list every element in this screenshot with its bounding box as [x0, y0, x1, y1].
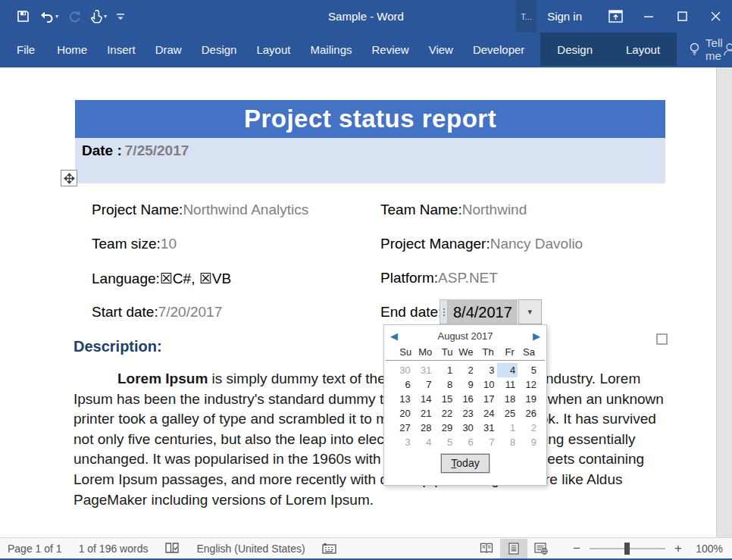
field-project-name[interactable]: Project Name:Northwind Analytics — [92, 202, 308, 218]
zoom-out-button[interactable]: − — [568, 541, 585, 556]
calendar-day-selected[interactable]: 4 — [497, 363, 518, 377]
team-name-value[interactable]: Northwind — [462, 202, 527, 217]
calendar-next-month-icon[interactable]: ▶ — [525, 330, 540, 342]
calendar-day[interactable]: 30 — [392, 363, 413, 377]
calendar-day[interactable]: 1 — [433, 363, 455, 377]
tab-developer[interactable]: Developer — [463, 33, 534, 66]
zoom-percentage[interactable]: 100% — [687, 543, 723, 555]
project-manager-value[interactable]: Nancy Davolio — [490, 236, 583, 252]
calendar-day[interactable]: 9 — [455, 377, 476, 392]
field-start-date[interactable]: Start date:7/20/2017 — [92, 304, 222, 321]
read-mode-button[interactable] — [473, 539, 500, 558]
calendar-day[interactable]: 28 — [413, 421, 434, 435]
ribbon-display-options-icon[interactable] — [599, 0, 632, 33]
calendar-day[interactable]: 23 — [455, 406, 476, 421]
undo-dropdown-icon[interactable]: ▾ — [55, 13, 58, 20]
language-status[interactable]: English (United States) — [196, 543, 305, 555]
platform-value[interactable]: ASP.NET — [438, 270, 498, 286]
tab-review[interactable]: Review — [362, 33, 419, 66]
table-move-handle[interactable] — [61, 170, 77, 186]
sign-in-button[interactable]: Sign in — [536, 0, 599, 33]
calendar-day[interactable]: 5 — [518, 363, 539, 377]
tab-insert[interactable]: Insert — [97, 33, 145, 66]
calendar-day[interactable]: 8 — [497, 435, 518, 449]
tab-mailings[interactable]: Mailings — [300, 33, 361, 66]
calendar-day[interactable]: 6 — [392, 377, 413, 392]
tab-file[interactable]: File — [5, 33, 47, 66]
minimize-button[interactable] — [632, 0, 665, 33]
page-number-status[interactable]: Page 1 of 1 — [8, 543, 62, 555]
calendar-day[interactable]: 19 — [518, 392, 539, 406]
start-date-value[interactable]: 7/20/2017 — [158, 304, 223, 320]
tell-me-box[interactable]: Tell me — [689, 36, 723, 62]
calendar-day[interactable]: 21 — [413, 406, 434, 421]
calendar-day[interactable]: 2 — [518, 421, 539, 435]
calendar-day[interactable]: 30 — [455, 421, 476, 435]
tab-design[interactable]: Design — [192, 33, 247, 66]
proofing-status-icon[interactable] — [164, 542, 180, 555]
calendar-day[interactable]: 5 — [433, 435, 455, 449]
description-paragraph[interactable]: Lorem Ipsum is simply dummy text of the … — [74, 369, 665, 510]
zoom-slider[interactable] — [590, 548, 665, 549]
tab-view[interactable]: View — [419, 33, 463, 66]
document-page[interactable]: Project status report Date :7/25/2017 Pr… — [0, 67, 715, 539]
calendar-day[interactable]: 25 — [497, 406, 518, 421]
project-name-value[interactable]: Northwind Analytics — [183, 202, 308, 217]
calendar-day[interactable]: 14 — [413, 392, 434, 406]
calendar-day[interactable]: 24 — [476, 406, 497, 421]
tab-table-layout[interactable]: Layout — [609, 33, 677, 66]
field-team-size[interactable]: Team size:10 — [92, 236, 177, 252]
zoom-in-button[interactable]: + — [670, 541, 687, 556]
calendar-day[interactable]: 6 — [455, 435, 476, 449]
calendar-day[interactable]: 16 — [455, 392, 476, 406]
close-button[interactable] — [699, 0, 732, 33]
content-control-handle-icon[interactable] — [440, 299, 448, 324]
calendar-day[interactable]: 11 — [497, 377, 518, 392]
calendar-day[interactable]: 15 — [433, 392, 455, 406]
save-icon[interactable] — [14, 6, 33, 27]
date-value[interactable]: 7/25/2017 — [125, 142, 189, 158]
tab-home[interactable]: Home — [47, 33, 97, 66]
tab-table-design[interactable]: Design — [540, 33, 609, 66]
team-size-value[interactable]: 10 — [161, 236, 177, 252]
calendar-day[interactable]: 27 — [392, 421, 413, 435]
field-project-manager[interactable]: Project Manager:Nancy Davolio — [380, 236, 583, 252]
calendar-day[interactable]: 12 — [518, 377, 539, 392]
language-checkboxes[interactable]: ☒C#, ☒VB — [160, 271, 231, 286]
calendar-day[interactable]: 3 — [392, 435, 413, 449]
vertical-scrollbar[interactable] — [716, 67, 732, 539]
calendar-day[interactable]: 4 — [413, 435, 434, 449]
end-date-value[interactable]: 8/4/2017 — [448, 299, 518, 324]
calendar-day[interactable]: 31 — [413, 363, 434, 377]
web-layout-button[interactable] — [527, 539, 555, 558]
field-platform[interactable]: Platform:ASP.NET — [380, 270, 498, 286]
calendar-day[interactable]: 2 — [455, 363, 476, 377]
calendar-day[interactable]: 17 — [476, 392, 497, 406]
calendar-day[interactable]: 1 — [497, 421, 518, 435]
touch-mode-dropdown-icon[interactable]: ▾ — [104, 13, 107, 20]
field-language[interactable]: Language:☒C#, ☒VB — [92, 270, 231, 287]
calendar-day[interactable]: 31 — [476, 421, 497, 435]
maximize-button[interactable] — [665, 0, 699, 33]
customize-qat-icon[interactable] — [113, 6, 128, 27]
print-layout-button[interactable] — [500, 539, 527, 558]
calendar-prev-month-icon[interactable]: ◀ — [390, 330, 405, 342]
field-team-name[interactable]: Team Name:Northwind — [380, 202, 527, 218]
touch-mode-button[interactable]: ▾ — [87, 6, 110, 27]
calendar-day[interactable]: 8 — [433, 377, 455, 392]
tab-draw[interactable]: Draw — [145, 33, 192, 66]
tab-layout[interactable]: Layout — [246, 33, 300, 66]
zoom-slider-thumb[interactable] — [624, 543, 630, 555]
macro-record-icon[interactable] — [322, 543, 336, 555]
date-dropdown-button[interactable]: ▾ — [518, 299, 542, 324]
calendar-day[interactable]: 13 — [392, 392, 413, 406]
today-button[interactable]: Today — [441, 454, 489, 473]
end-date-picker[interactable]: 8/4/2017 ▾ — [440, 299, 542, 324]
calendar-day[interactable]: 3 — [476, 363, 497, 377]
table-resize-handle[interactable] — [656, 333, 668, 345]
calendar-day[interactable]: 26 — [518, 406, 539, 421]
calendar-day[interactable]: 22 — [433, 406, 455, 421]
calendar-day[interactable]: 7 — [476, 435, 497, 449]
calendar-day[interactable]: 18 — [497, 392, 518, 406]
calendar-day[interactable]: 10 — [476, 377, 497, 392]
